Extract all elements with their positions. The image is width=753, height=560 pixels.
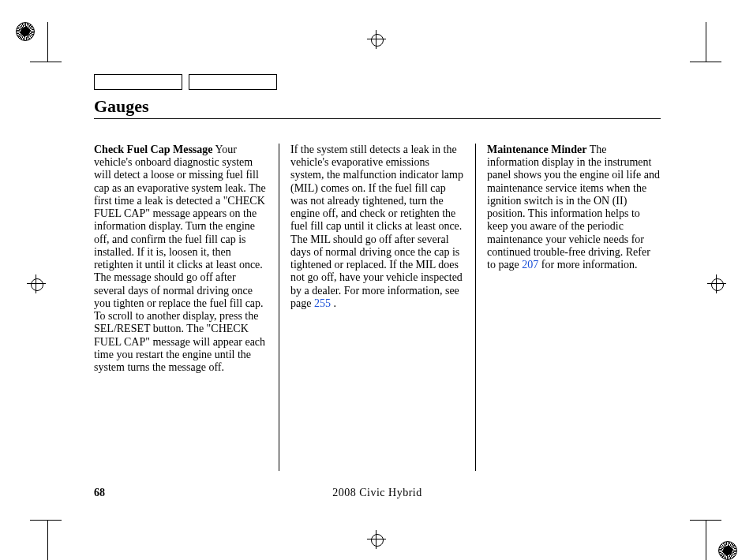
body-text-tail: . [331,297,336,309]
section-title: Gauges [94,96,149,117]
column-heading: Check Fuel Cap Message [94,144,213,155]
content-columns: Check Fuel Cap Message Your vehicle's on… [94,144,661,471]
registration-sun-icon [718,541,737,560]
body-text: Your vehicle's onboard diagnostic system… [94,144,266,373]
title-rule [94,118,661,119]
page-body: Gauges Check Fuel Cap Message Your vehic… [94,0,661,560]
page-ref-link[interactable]: 207 [522,259,538,271]
header-box [189,74,277,90]
header-placeholder-boxes [94,74,277,90]
crop-mark-bottom-right [690,513,737,560]
page-ref-link[interactable]: 255 [314,297,331,309]
registration-cross-icon [27,274,46,293]
header-box [94,74,182,90]
column-heading: Maintenance Minder [487,144,586,155]
column-3: Maintenance Minder The information displ… [475,144,661,471]
crop-mark-top-left [16,22,63,69]
body-text: The information display in the instrumen… [487,144,660,271]
crop-mark-top-right [690,22,737,69]
registration-sun-icon [16,22,35,41]
crop-mark-bottom-left [16,513,63,560]
column-2: If the system still detects a leak in th… [279,144,475,471]
body-text: If the system still detects a leak in th… [290,144,463,309]
footer-text: 2008 Civic Hybrid [94,487,661,499]
registration-cross-icon [707,274,726,293]
column-1: Check Fuel Cap Message Your vehicle's on… [94,144,279,471]
body-text-tail: for more information. [538,259,637,271]
